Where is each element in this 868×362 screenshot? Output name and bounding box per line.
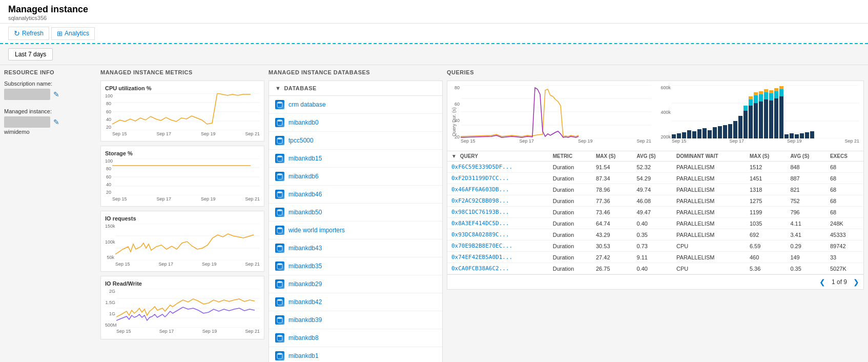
page-subtitle: sqlanalytics356 bbox=[8, 15, 860, 21]
svg-rect-81 bbox=[790, 133, 794, 138]
list-item[interactable]: mibankdb46 bbox=[269, 186, 442, 204]
wait-avg-cell: 0.35 bbox=[786, 263, 826, 274]
list-item[interactable]: mibankdb39 bbox=[269, 311, 442, 329]
databases-card: ▼ DATABASE crm database mibankdb0 tpcc50… bbox=[268, 81, 443, 362]
query-hash-cell[interactable]: 0x98C1DC76193B... bbox=[447, 207, 549, 218]
query-hash-cell[interactable]: 0xF2D31199D7CC... bbox=[447, 173, 549, 184]
list-item[interactable]: tpcc5000 bbox=[269, 132, 442, 150]
cpu-chart-title: CPU utilization % bbox=[105, 85, 260, 91]
list-item[interactable]: mibankdb43 bbox=[269, 239, 442, 257]
io-rw-y-axis: 2G 1.5G 1G 500M bbox=[105, 289, 116, 335]
svg-rect-58 bbox=[749, 106, 753, 138]
storage-chart-inner: Sep 15 Sep 17 Sep 19 Sep 21 bbox=[112, 158, 260, 202]
query-hash-cell[interactable]: 0x46AFF6A603DB... bbox=[447, 184, 549, 195]
list-item[interactable]: mibankdb35 bbox=[269, 257, 442, 275]
query-hash[interactable]: 0x46AFF6A603DB... bbox=[451, 186, 509, 193]
list-item[interactable]: mibankdb0 bbox=[269, 114, 442, 132]
query-hash-cell[interactable]: 0x74EF42EB5A0D1... bbox=[447, 252, 549, 263]
db-name: mibankdb8 bbox=[288, 334, 319, 341]
query-hash[interactable]: 0xCA0FCB38A6C2... bbox=[451, 265, 509, 272]
list-item[interactable]: mibankdb6 bbox=[269, 168, 442, 186]
db-icon bbox=[275, 297, 284, 307]
query-hash[interactable]: 0x8A3EF414DC5D... bbox=[451, 220, 509, 227]
svg-rect-73 bbox=[769, 90, 773, 93]
storage-chart-container: Storage % 100 80 60 40 20 bbox=[100, 146, 264, 207]
list-item[interactable]: mibankdb1 bbox=[269, 347, 442, 362]
main-content: RESOURCE INFO Subscription name: ✎ Manag… bbox=[0, 65, 868, 362]
list-item[interactable]: crm database bbox=[269, 96, 442, 114]
svg-rect-67 bbox=[759, 91, 763, 94]
cpu-chart-inner: Sep 15 Sep 17 Sep 19 Sep 21 bbox=[112, 93, 260, 137]
page-title: Managed instance bbox=[8, 4, 860, 15]
db-list: crm database mibankdb0 tpcc5000 mibankdb… bbox=[269, 96, 442, 362]
svg-point-25 bbox=[277, 209, 282, 211]
query-hash[interactable]: 0xF2D31199D7CC... bbox=[451, 175, 509, 182]
db-name: mibankdb43 bbox=[288, 245, 322, 252]
query-hash[interactable]: 0x93DC8A02889C... bbox=[451, 231, 509, 238]
wait-avg-cell: 848 bbox=[786, 162, 826, 173]
table-row[interactable]: 0xF2D31199D7CC... Duration 87.34 54.29 P… bbox=[447, 173, 863, 184]
table-row[interactable]: 0xCA0FCB38A6C2... Duration 26.75 0.40 CP… bbox=[447, 263, 863, 274]
query-hash-cell[interactable]: 0x8A3EF414DC5D... bbox=[447, 218, 549, 229]
svg-point-24 bbox=[277, 191, 282, 193]
th-execs: EXECS bbox=[826, 151, 863, 162]
table-row[interactable]: 0xF6C59E339D5DF... Duration 91.54 52.32 … bbox=[447, 162, 863, 173]
query-hash[interactable]: 0x98C1DC76193B... bbox=[451, 209, 509, 215]
query-hash-cell[interactable]: 0x70E9B2B8E70EC... bbox=[447, 240, 549, 252]
subscription-edit-icon[interactable]: ✎ bbox=[53, 90, 59, 98]
wait-max-cell: 1199 bbox=[746, 207, 786, 218]
metric-cell: Duration bbox=[549, 207, 592, 218]
dominant-wait-cell: PARALLELISM bbox=[672, 162, 746, 173]
query-hash[interactable]: 0x70E9B2B8E70EC... bbox=[451, 243, 512, 249]
execs-cell: 68 bbox=[826, 184, 863, 195]
refresh-button[interactable]: ↻ Refresh bbox=[8, 27, 49, 40]
db-icon bbox=[275, 154, 284, 163]
table-row[interactable]: 0x93DC8A02889C... Duration 43.29 0.35 PA… bbox=[447, 229, 863, 240]
wait-max-cell: 1275 bbox=[746, 195, 786, 207]
queries-table-pagination: ❮ 1 of 9 ❯ bbox=[447, 274, 863, 289]
analytics-button[interactable]: ⊞ Analytics bbox=[51, 27, 95, 40]
query-hash-cell[interactable]: 0xCA0FCB38A6C2... bbox=[447, 263, 549, 274]
table-row[interactable]: 0x74EF42EB5A0D1... Duration 27.42 9.11 P… bbox=[447, 252, 863, 263]
list-item[interactable]: mibankdb50 bbox=[269, 204, 442, 222]
list-item[interactable]: mibankdb15 bbox=[269, 150, 442, 168]
query-hash[interactable]: 0xF6C59E339D5DF... bbox=[451, 164, 512, 170]
db-icon bbox=[275, 100, 284, 109]
io-requests-chart-container: IO requests 150k 100k 50k bbox=[100, 211, 264, 272]
db-icon bbox=[275, 190, 284, 199]
query-hash-cell[interactable]: 0xF6C59E339D5DF... bbox=[447, 162, 549, 173]
duration-chart-svg bbox=[461, 85, 651, 138]
queries-prev-button[interactable]: ❮ bbox=[819, 278, 825, 286]
table-row[interactable]: 0xF2AC92CBB098... Duration 77.36 46.08 P… bbox=[447, 195, 863, 207]
resource-info-panel: RESOURCE INFO Subscription name: ✎ Manag… bbox=[4, 69, 96, 362]
svg-rect-59 bbox=[754, 103, 758, 138]
table-row[interactable]: 0x70E9B2B8E70EC... Duration 30.53 0.73 C… bbox=[447, 240, 863, 252]
managed-instance-edit-icon[interactable]: ✎ bbox=[53, 118, 59, 126]
table-row[interactable]: 0x46AFF6A603DB... Duration 78.96 49.74 P… bbox=[447, 184, 863, 195]
list-item[interactable]: mibankdb42 bbox=[269, 293, 442, 311]
db-name: mibankdb50 bbox=[288, 209, 322, 216]
table-row[interactable]: 0x8A3EF414DC5D... Duration 64.74 0.40 PA… bbox=[447, 218, 863, 229]
avg-s-cell: 49.74 bbox=[632, 184, 672, 195]
wait-avg-cell: 796 bbox=[786, 207, 826, 218]
avg-s-cell: 0.40 bbox=[632, 263, 672, 274]
database-filter-icon: ▼ bbox=[275, 85, 281, 91]
metrics-title: MANAGED INSTANCE METRICS bbox=[100, 69, 264, 75]
query-filter-icon: ▼ bbox=[451, 153, 457, 159]
wait-max-cell: 6.59 bbox=[746, 240, 786, 252]
query-hash-cell[interactable]: 0xF2AC92CBB098... bbox=[447, 195, 549, 207]
db-name: mibankdb35 bbox=[288, 263, 322, 270]
list-item[interactable]: mibankdb8 bbox=[269, 329, 442, 347]
wait-avg-cell: 821 bbox=[786, 184, 826, 195]
time-range-filter[interactable]: Last 7 days bbox=[8, 48, 53, 61]
query-hash-cell[interactable]: 0x93DC8A02889C... bbox=[447, 229, 549, 240]
table-row[interactable]: 0x98C1DC76193B... Duration 73.46 49.47 P… bbox=[447, 207, 863, 218]
query-hash[interactable]: 0xF2AC92CBB098... bbox=[451, 197, 509, 204]
cpu-chart-svg bbox=[112, 93, 260, 130]
query-hash[interactable]: 0x74EF42EB5A0D1... bbox=[451, 254, 512, 260]
queries-next-button[interactable]: ❯ bbox=[853, 278, 859, 286]
wait-max-cell: 692 bbox=[746, 229, 786, 240]
list-item[interactable]: wide world importers bbox=[269, 222, 442, 239]
list-item[interactable]: mibankdb29 bbox=[269, 275, 442, 293]
databases-header: ▼ DATABASE bbox=[269, 81, 442, 96]
